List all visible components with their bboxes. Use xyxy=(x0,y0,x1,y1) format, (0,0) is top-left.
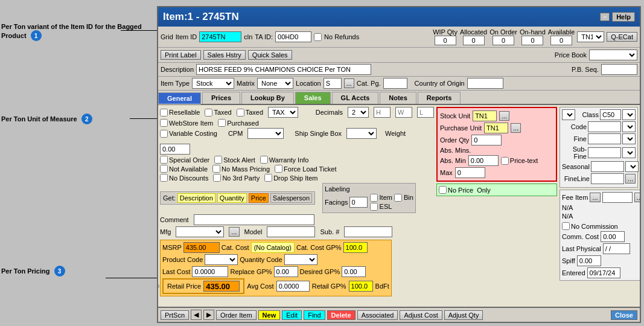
adjust-cost-button[interactable]: Adjust Cost xyxy=(400,310,442,320)
mfg-select[interactable] xyxy=(176,226,224,237)
tab-gl-accts[interactable]: GL Accts xyxy=(332,92,379,104)
decimals-select[interactable]: 2 xyxy=(348,107,369,118)
tab-reports[interactable]: Reports xyxy=(418,92,461,104)
fee-item-input1[interactable] xyxy=(602,192,633,203)
stock-unit-browse-btn[interactable]: ... xyxy=(499,111,509,121)
available-input[interactable] xyxy=(550,36,572,45)
no-commission-checkbox[interactable] xyxy=(562,222,570,230)
replace-gp-input[interactable] xyxy=(274,266,298,277)
description-input[interactable] xyxy=(196,64,371,75)
retail-price-input[interactable] xyxy=(203,281,240,292)
associated-button[interactable]: Associated xyxy=(357,310,398,320)
item-checkbox[interactable] xyxy=(370,194,378,202)
fee-item-btn2[interactable]: ... xyxy=(634,193,640,202)
description-chip[interactable]: Description xyxy=(177,193,215,203)
on-order-input[interactable] xyxy=(493,36,514,45)
purchase-unit-browse-btn[interactable]: ... xyxy=(511,123,521,133)
q-ecat-button[interactable]: Q-ECat xyxy=(607,32,637,42)
price-book-select[interactable] xyxy=(589,50,637,60)
tab-sales[interactable]: Sales xyxy=(295,92,331,104)
cpm-select[interactable] xyxy=(247,128,284,139)
find-button[interactable]: Find xyxy=(304,310,325,320)
tn1-select[interactable]: TN1 xyxy=(577,31,604,42)
purchase-unit-input[interactable] xyxy=(484,123,508,133)
tab-prices[interactable]: Prices xyxy=(202,92,240,104)
close-button[interactable]: Close xyxy=(611,310,637,320)
no-price-checkbox[interactable] xyxy=(439,186,447,194)
class-prefix-select[interactable] xyxy=(562,109,575,120)
esl-checkbox[interactable] xyxy=(370,203,378,211)
purchased-checkbox[interactable] xyxy=(218,119,226,127)
last-physical-input[interactable] xyxy=(603,243,630,254)
fine-select[interactable] xyxy=(622,133,636,144)
location-browse-btn[interactable]: ... xyxy=(344,78,354,88)
w-input[interactable] xyxy=(395,107,412,118)
comm-cost-input[interactable] xyxy=(601,231,625,242)
no-3rd-party-checkbox[interactable] xyxy=(213,174,221,182)
desired-gp-input[interactable] xyxy=(342,266,366,277)
prev-btn[interactable]: ◀ xyxy=(191,310,202,320)
pb-seq-input[interactable] xyxy=(601,64,637,75)
spiff-input[interactable] xyxy=(577,255,601,266)
tax-select[interactable]: TAX xyxy=(268,107,298,118)
salesperson-chip[interactable]: Salesperson xyxy=(270,193,312,203)
fineline-browse-btn[interactable]: ... xyxy=(625,174,636,184)
product-code-select[interactable] xyxy=(205,254,238,265)
avg-cost-input[interactable] xyxy=(276,281,310,292)
stock-alert-checkbox[interactable] xyxy=(214,156,222,164)
model-input[interactable] xyxy=(267,226,315,237)
adjust-qty-button[interactable]: Adjust Qty xyxy=(444,310,483,320)
class-select[interactable] xyxy=(622,109,636,120)
seasonal-input[interactable] xyxy=(591,161,624,172)
cat-cost-gp-input[interactable] xyxy=(343,242,368,253)
retail-gp-input[interactable] xyxy=(349,281,373,292)
no-refunds-checkbox[interactable] xyxy=(314,33,322,41)
matrix-select[interactable]: None xyxy=(257,78,293,89)
price-chip[interactable]: Price xyxy=(249,193,269,203)
stock-unit-input[interactable] xyxy=(473,110,497,121)
msrp-input[interactable] xyxy=(183,242,220,253)
help-button[interactable]: Help xyxy=(612,12,635,22)
max-input[interactable] xyxy=(455,167,485,178)
ship-single-box-select[interactable] xyxy=(346,128,377,139)
resellable-checkbox[interactable] xyxy=(160,109,168,117)
quick-sales-button[interactable]: Quick Sales xyxy=(248,50,292,60)
allocated-input[interactable] xyxy=(463,36,485,45)
tab-lookup-by[interactable]: Lookup By xyxy=(241,92,294,104)
drop-ship-checkbox[interactable] xyxy=(264,174,272,182)
item-type-select[interactable]: Stock xyxy=(192,78,234,89)
weight-input[interactable] xyxy=(160,144,190,155)
force-load-ticket-checkbox[interactable] xyxy=(275,165,282,173)
prt-scn-button[interactable]: PrtScn xyxy=(161,310,189,320)
wip-qty-input[interactable] xyxy=(435,36,456,45)
mfg-browse-btn[interactable]: ... xyxy=(229,227,239,237)
no-discounts-checkbox[interactable] xyxy=(160,174,168,182)
quantity-code-select[interactable] xyxy=(284,254,317,265)
bin-checkbox[interactable] xyxy=(394,194,402,202)
last-cost-input[interactable] xyxy=(192,266,228,277)
comment-input[interactable] xyxy=(194,214,314,225)
order-item-button[interactable]: Order Item xyxy=(216,310,257,320)
taxed-checkbox[interactable] xyxy=(205,109,212,117)
not-available-checkbox[interactable] xyxy=(160,165,168,173)
taxed2-checkbox[interactable] xyxy=(237,109,244,117)
tab-general[interactable]: General xyxy=(158,92,201,104)
print-label-button[interactable]: Print Label xyxy=(161,50,201,60)
h-input[interactable] xyxy=(374,107,391,118)
variable-costing-checkbox[interactable] xyxy=(160,130,168,138)
quantity-chip[interactable]: Quantity xyxy=(217,193,247,203)
edit-button[interactable]: Edit xyxy=(282,310,302,320)
code-input[interactable] xyxy=(588,121,621,132)
order-qty-input[interactable] xyxy=(471,135,502,145)
sub-fine-select[interactable] xyxy=(622,147,636,158)
fineline-input[interactable] xyxy=(591,173,624,184)
on-hand-input[interactable] xyxy=(521,36,543,45)
fine-input[interactable] xyxy=(588,133,621,144)
country-input[interactable] xyxy=(467,78,503,89)
tab-notes[interactable]: Notes xyxy=(380,92,416,104)
item-id-input[interactable] xyxy=(199,31,241,42)
special-order-checkbox[interactable] xyxy=(160,156,168,164)
location-input[interactable] xyxy=(324,78,342,89)
delete-button[interactable]: Delete xyxy=(327,310,355,320)
class-input[interactable] xyxy=(600,109,621,120)
